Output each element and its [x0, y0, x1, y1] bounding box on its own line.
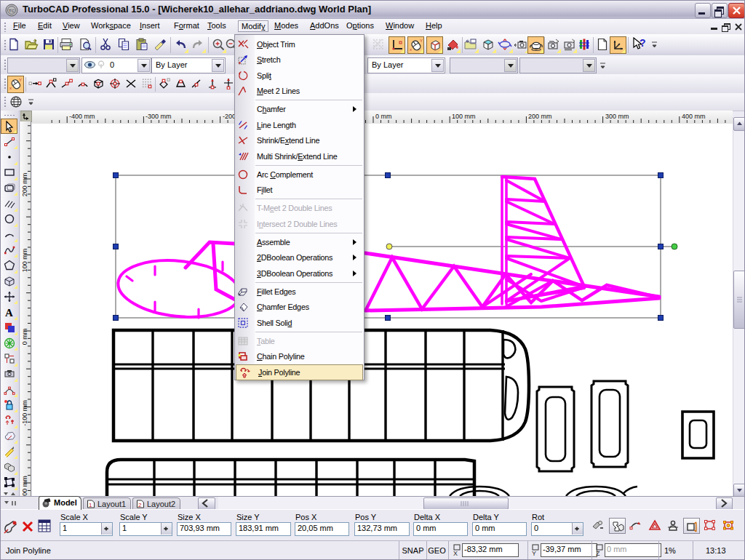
svg-text:Y: Y: [420, 39, 423, 43]
svg-text:A: A: [5, 307, 13, 318]
svg-text:300 mm: 300 mm: [605, 113, 629, 120]
svg-text:Z: Z: [596, 550, 600, 557]
svg-text:X: X: [453, 550, 458, 557]
svg-text:200 mm: 200 mm: [528, 113, 552, 120]
svg-text:?: ?: [640, 37, 646, 49]
svg-text:0 mm: 0 mm: [21, 329, 28, 345]
svg-text:2: 2: [138, 502, 142, 508]
svg-text:x: x: [410, 47, 412, 52]
svg-text:100 mm: 100 mm: [21, 249, 28, 273]
svg-text:Y: Y: [532, 550, 536, 557]
svg-text:-400 mm: -400 mm: [69, 113, 95, 120]
svg-text:x: x: [9, 86, 12, 90]
svg-text:-300 mm: -300 mm: [146, 113, 172, 120]
svg-text:Y: Y: [19, 78, 22, 82]
svg-text:400 mm: 400 mm: [682, 113, 706, 120]
svg-text:TC: TC: [9, 9, 15, 13]
svg-text:200 mm: 200 mm: [21, 173, 28, 197]
svg-text:-200 mm: -200 mm: [21, 476, 28, 496]
svg-text:0 mm: 0 mm: [375, 113, 392, 120]
svg-text:-100 mm: -100 mm: [21, 400, 28, 426]
svg-text:1: 1: [89, 502, 92, 508]
svg-text:100 mm: 100 mm: [452, 113, 476, 120]
